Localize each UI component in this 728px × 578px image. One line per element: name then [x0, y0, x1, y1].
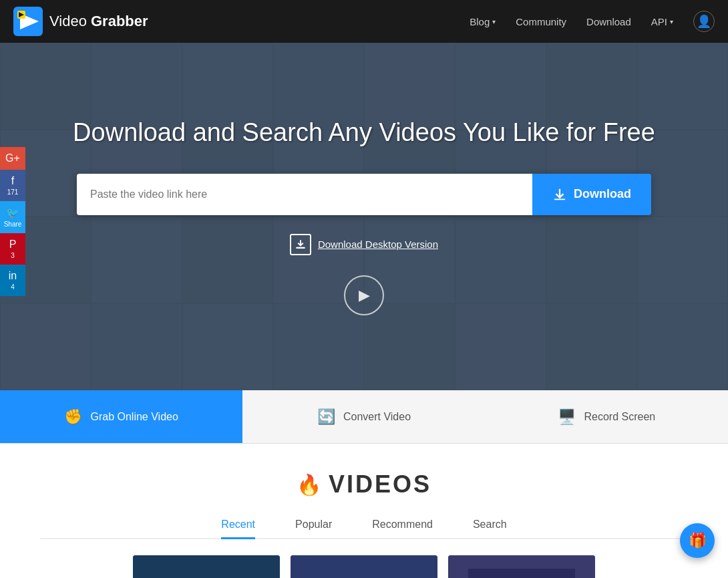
- video-thumbnail[interactable]: 日本語テレビ番組: [133, 555, 280, 578]
- svg-rect-17: [468, 569, 575, 578]
- download-button[interactable]: Download: [532, 174, 651, 215]
- brand-name: Video Grabber: [49, 13, 148, 30]
- api-dropdown-icon: ▾: [670, 18, 673, 25]
- video-grid: 日本語テレビ番組 Fighters: [40, 539, 688, 578]
- social-pinterest-button[interactable]: P 3: [0, 233, 25, 265]
- nav-community[interactable]: Community: [516, 16, 566, 27]
- hero-play-button[interactable]: ▶: [344, 275, 384, 315]
- pinterest-icon: P: [9, 239, 17, 251]
- nav-links: Blog ▾ Community Download API ▾ 👤: [470, 11, 715, 32]
- video-url-input[interactable]: [77, 174, 532, 215]
- thumb-image-1: 日本語テレビ番組: [133, 555, 280, 578]
- tab-convert-video[interactable]: 🔄 Convert Video: [242, 390, 485, 443]
- search-bar: Download: [77, 174, 651, 215]
- brand-logo-icon: [13, 7, 43, 36]
- tab-record-screen[interactable]: 🖥️ Record Screen: [486, 390, 728, 443]
- brand-logo-link[interactable]: Video Grabber: [13, 7, 148, 36]
- grab-icon: ✊: [64, 408, 82, 426]
- fire-icon: 🔥: [297, 473, 323, 496]
- thumb-image-2: Fighters: [291, 555, 437, 578]
- social-linkedin-button[interactable]: in 4: [0, 265, 25, 296]
- social-twitter-button[interactable]: 🐦 Share: [0, 201, 25, 233]
- nav-download[interactable]: Download: [586, 16, 631, 27]
- gift-icon: 🎁: [689, 532, 707, 549]
- twitter-label: Share: [4, 221, 22, 228]
- thumb-image-3: [448, 555, 595, 578]
- convert-icon: 🔄: [317, 408, 335, 426]
- twitter-icon: 🐦: [6, 206, 19, 219]
- gift-button[interactable]: 🎁: [680, 523, 715, 558]
- svg-rect-11: [291, 555, 437, 578]
- videos-tabs: Recent Popular Recommend Search: [40, 519, 688, 539]
- download-icon: [552, 187, 567, 202]
- feature-tabs: ✊ Grab Online Video 🔄 Convert Video 🖥️ R…: [0, 390, 728, 444]
- user-account-button[interactable]: 👤: [693, 11, 715, 32]
- blog-dropdown-icon: ▾: [492, 18, 496, 25]
- svg-rect-4: [554, 198, 566, 200]
- svg-rect-5: [296, 247, 305, 248]
- svg-rect-6: [133, 555, 280, 578]
- facebook-count: 171: [7, 188, 19, 196]
- hero-content: Download and Search Any Videos You Like …: [0, 118, 728, 315]
- video-tab-recent[interactable]: Recent: [221, 519, 255, 539]
- google-plus-icon: G+: [5, 152, 20, 164]
- video-tab-popular[interactable]: Popular: [295, 519, 332, 539]
- nav-api[interactable]: API ▾: [651, 16, 673, 27]
- nav-blog[interactable]: Blog ▾: [470, 16, 496, 27]
- navbar: Video Grabber Blog ▾ Community Download …: [0, 0, 728, 43]
- social-sidebar: G+ f 171 🐦 Share P 3 in 4: [0, 147, 25, 296]
- video-thumbnail[interactable]: Fighters: [291, 555, 437, 578]
- hero-title: Download and Search Any Videos You Like …: [73, 118, 655, 147]
- play-icon: ▶: [359, 287, 370, 304]
- linkedin-count: 4: [11, 283, 15, 291]
- video-tab-recommend[interactable]: Recommend: [372, 519, 433, 539]
- social-google-button[interactable]: G+: [0, 147, 25, 170]
- record-icon: 🖥️: [558, 408, 576, 426]
- videos-section: 🔥 VIDEOS Recent Popular Recommend Search…: [0, 444, 728, 578]
- facebook-icon: f: [11, 175, 14, 187]
- hero-section: Download and Search Any Videos You Like …: [0, 43, 728, 390]
- desktop-download-icon: [290, 234, 311, 255]
- video-thumbnail[interactable]: [448, 555, 595, 578]
- pinterest-count: 3: [11, 252, 15, 259]
- video-tab-search[interactable]: Search: [473, 519, 507, 539]
- videos-title: 🔥 VIDEOS: [40, 470, 688, 498]
- social-facebook-button[interactable]: f 171: [0, 170, 25, 201]
- tab-grab-online-video[interactable]: ✊ Grab Online Video: [0, 390, 242, 443]
- user-icon: 👤: [697, 14, 711, 29]
- desktop-version-link[interactable]: Download Desktop Version: [290, 234, 438, 255]
- linkedin-icon: in: [9, 270, 17, 282]
